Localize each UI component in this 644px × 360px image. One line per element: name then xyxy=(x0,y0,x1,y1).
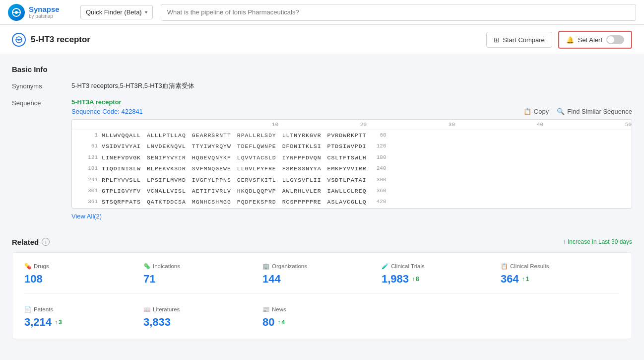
search-input[interactable] xyxy=(161,4,636,21)
set-alert-button[interactable]: 🔔 Set Alert xyxy=(558,31,632,49)
chevron-down-icon: ▾ xyxy=(145,9,147,15)
sequence-section: 5-HT3A receptor Sequence Code: 422841 📋 … xyxy=(71,98,632,220)
copy-button[interactable]: 📋 Copy xyxy=(523,108,549,115)
literatures-icon: 📖 xyxy=(143,306,150,313)
quick-finder-button[interactable]: Quick Finder (Beta) ▾ xyxy=(80,5,153,19)
quick-finder-label: Quick Finder (Beta) xyxy=(86,8,142,16)
patents-increase: ↑3 xyxy=(55,319,62,326)
sequence-code-row: Sequence Code: 422841 📋 Copy 🔍 Find Simi… xyxy=(71,108,632,115)
stat-drugs: 💊 Drugs 108 xyxy=(24,263,143,286)
logo-text: Synapse by patsnap xyxy=(29,5,60,19)
view-all-link[interactable]: View All(2) xyxy=(71,213,102,220)
related-title-area: Related i xyxy=(12,238,50,246)
logo-sub: by patsnap xyxy=(29,13,60,19)
synonyms-label: Synonyms xyxy=(12,81,71,90)
title-bar: 5-HT3 receptor ⊞ Start Compare 🔔 Set Ale… xyxy=(0,25,644,55)
organizations-number[interactable]: 144 xyxy=(262,273,374,286)
logo-area: Synapse by patsnap xyxy=(8,4,72,21)
stat-clinical-trials: 🧪 Clinical Trials 1,983 ↑8 xyxy=(382,263,501,286)
sequence-row: Sequence 5-HT3A receptor Sequence Code: … xyxy=(12,98,632,230)
clinical-trials-number[interactable]: 1,983 ↑8 xyxy=(382,273,493,286)
literatures-category: 📖 Literatures xyxy=(143,306,255,313)
page-title: 5-HT3 receptor xyxy=(31,35,90,45)
news-category: 📰 News xyxy=(262,306,374,313)
synonyms-value: 5-HT3 receptors,5-HT3R,5-HT3血清素受体 xyxy=(71,81,194,90)
increase-note: ↑ Increase in Last 30 days xyxy=(563,238,632,245)
stat-patents: 📄 Patents 3,214 ↑3 xyxy=(24,306,143,329)
sequence-line: 301 GTPLIGVYFV VCMALLVISL AETIFIVRLV HKQ… xyxy=(72,186,632,197)
drugs-icon: 💊 xyxy=(24,263,31,270)
set-alert-label: Set Alert xyxy=(578,36,602,44)
receptor-icon xyxy=(12,33,26,47)
related-info-icon[interactable]: i xyxy=(42,238,50,246)
alert-toggle[interactable] xyxy=(606,35,624,44)
news-icon: 📰 xyxy=(262,306,269,313)
sequence-line: 361 STSQRPPATS QATKTDDCSA MGNHCSHMGG PQD… xyxy=(72,197,632,208)
copy-label: Copy xyxy=(534,108,549,115)
bell-icon: 🔔 xyxy=(566,36,574,44)
sequence-label: Sequence xyxy=(12,98,71,107)
logo-icon xyxy=(8,4,25,21)
stats-divider xyxy=(24,293,620,294)
related-header: Related i ↑ Increase in Last 30 days xyxy=(12,238,632,246)
basic-info-title: Basic Info xyxy=(12,65,632,73)
clinical-trials-icon: 🧪 xyxy=(382,263,388,270)
sequence-code: Sequence Code: 422841 xyxy=(71,108,143,115)
drugs-category: 💊 Drugs xyxy=(24,263,135,270)
organizations-icon: 🏢 xyxy=(262,263,269,270)
indications-category: 🦠 Indications xyxy=(143,263,255,270)
increase-note-text: Increase in Last 30 days xyxy=(568,238,632,245)
logo-name: Synapse xyxy=(29,5,60,14)
sequence-actions: 📋 Copy 🔍 Find Similar Sequence xyxy=(523,108,632,115)
drugs-number[interactable]: 108 xyxy=(24,273,135,286)
clinical-trials-increase: ↑8 xyxy=(412,276,419,283)
stat-organizations: 🏢 Organizations 144 xyxy=(262,263,382,286)
sequence-ruler: 10 20 30 40 50 xyxy=(72,120,632,130)
stats-grid-top: 💊 Drugs 108 🦠 Indications 71 xyxy=(24,263,620,286)
clinical-trials-category: 🧪 Clinical Trials xyxy=(382,263,493,270)
top-navigation: Synapse by patsnap Quick Finder (Beta) ▾ xyxy=(0,0,644,25)
find-similar-button[interactable]: 🔍 Find Similar Sequence xyxy=(557,108,632,115)
sequence-box[interactable]: 10 20 30 40 50 1 MLLWVQQALL ALLLPTLLAQ G… xyxy=(71,119,632,209)
stat-clinical-results: 📋 Clinical Results 364 ↑1 xyxy=(501,263,620,286)
arrow-up-icon: ↑ xyxy=(563,238,566,245)
stat-news: 📰 News 80 ↑4 xyxy=(262,306,382,329)
main-content: Basic Info Synonyms 5-HT3 receptors,5-HT… xyxy=(0,55,644,349)
sequence-name[interactable]: 5-HT3A receptor xyxy=(71,98,632,106)
patents-icon: 📄 xyxy=(24,306,31,313)
stats-grid-bottom: 📄 Patents 3,214 ↑3 📖 Literatures 3,833 xyxy=(24,306,620,329)
compare-icon: ⊞ xyxy=(494,36,500,44)
title-left: 5-HT3 receptor xyxy=(12,33,90,47)
synonyms-row: Synonyms 5-HT3 receptors,5-HT3R,5-HT3血清素… xyxy=(12,81,632,90)
sequence-line: 61 VSIDVIVYAI LNVDEKNQVL TTYIWYRQYW TDEF… xyxy=(72,141,632,152)
news-number[interactable]: 80 ↑4 xyxy=(262,316,374,329)
start-compare-label: Start Compare xyxy=(503,36,545,44)
clinical-results-icon: 📋 xyxy=(501,263,508,270)
literatures-number[interactable]: 3,833 xyxy=(143,316,255,329)
clinical-results-increase: ↑1 xyxy=(522,276,529,283)
title-right: ⊞ Start Compare 🔔 Set Alert xyxy=(486,31,632,49)
sequence-line: 241 RPLFYVVSLL LPSIFLMVMD IVGFYLPPNS GER… xyxy=(72,175,632,186)
news-increase: ↑4 xyxy=(277,319,285,326)
svg-point-5 xyxy=(18,39,20,41)
sequence-line: 1 MLLWVQQALL ALLLPTLLAQ GEARRSRNTT RPALL… xyxy=(72,130,632,141)
related-title: Related xyxy=(12,238,39,246)
copy-icon: 📋 xyxy=(523,108,531,115)
indications-icon: 🦠 xyxy=(143,263,150,270)
patents-category: 📄 Patents xyxy=(24,306,135,313)
sequence-line: 181 TIQDINISLW RLPEKVKSDR SVFMNQGEWE LLG… xyxy=(72,163,632,174)
stats-card: 💊 Drugs 108 🦠 Indications 71 xyxy=(12,252,632,339)
organizations-category: 🏢 Organizations xyxy=(262,263,374,270)
sequence-line: 121 LINEFVDVGK SENIPYVYIR HQGEVQNYKP LQV… xyxy=(72,152,632,163)
clinical-results-number[interactable]: 364 ↑1 xyxy=(501,273,612,286)
find-similar-icon: 🔍 xyxy=(557,108,565,115)
svg-point-1 xyxy=(15,11,18,14)
clinical-results-category: 📋 Clinical Results xyxy=(501,263,612,270)
stat-indications: 🦠 Indications 71 xyxy=(143,263,262,286)
start-compare-button[interactable]: ⊞ Start Compare xyxy=(486,32,552,48)
patents-number[interactable]: 3,214 ↑3 xyxy=(24,316,135,329)
stat-literatures: 📖 Literatures 3,833 xyxy=(143,306,262,329)
find-similar-label: Find Similar Sequence xyxy=(567,108,632,115)
indications-number[interactable]: 71 xyxy=(143,273,255,286)
